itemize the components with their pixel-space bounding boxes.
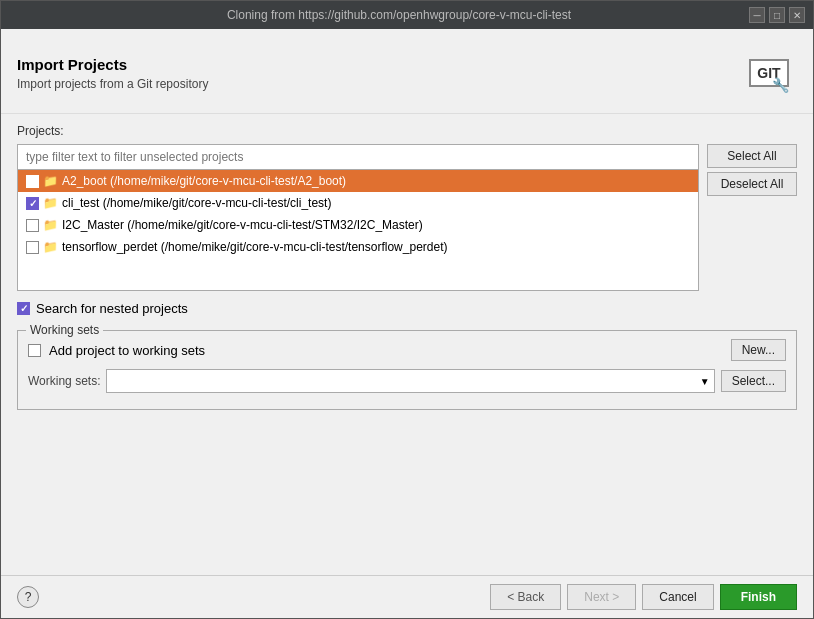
list-item[interactable]: 📁 A2_boot (/home/mike/git/core-v-mcu-cli… [18, 170, 698, 192]
folder-icon-0: 📁 [43, 174, 58, 188]
working-sets-input-row: Working sets: ▼ Select... [28, 369, 786, 393]
main-window: Cloning from https://github.com/openhwgr… [0, 0, 814, 619]
filter-input[interactable] [18, 145, 698, 170]
list-item[interactable]: 📁 I2C_Master (/home/mike/git/core-v-mcu-… [18, 214, 698, 236]
folder-icon-2: 📁 [43, 218, 58, 232]
item-label-3: tensorflow_perdet (/home/mike/git/core-v… [62, 240, 447, 254]
git-icon-box: GIT 🔧 [749, 59, 788, 87]
projects-list-area: 📁 A2_boot (/home/mike/git/core-v-mcu-cli… [17, 144, 699, 291]
header-text: Import Projects Import projects from a G… [17, 56, 208, 91]
select-button[interactable]: Select... [721, 370, 786, 392]
list-item[interactable]: ✓ 📁 cli_test (/home/mike/git/core-v-mcu-… [18, 192, 698, 214]
bottom-right: < Back Next > Cancel Finish [490, 584, 797, 610]
add-ws-label: Add project to working sets [49, 343, 205, 358]
item-label-2: I2C_Master (/home/mike/git/core-v-mcu-cl… [62, 218, 423, 232]
window-controls: ─ □ ✕ [749, 7, 805, 23]
search-nested-label: Search for nested projects [36, 301, 188, 316]
working-sets-label: Working sets: [28, 374, 100, 388]
working-sets-legend: Working sets [26, 323, 103, 337]
add-working-sets-row: Add project to working sets New... [28, 339, 786, 361]
item-checkbox-3[interactable] [26, 241, 39, 254]
search-nested-checkbox[interactable]: ✓ [17, 302, 30, 315]
working-sets-combo[interactable]: ▼ [106, 369, 714, 393]
add-ws-checkbox[interactable] [28, 344, 41, 357]
side-buttons: Select All Deselect All [707, 144, 797, 291]
bottom-left: ? [17, 586, 39, 608]
check-icon-1: ✓ [29, 198, 37, 209]
header-section: Import Projects Import projects from a G… [1, 29, 813, 114]
item-label-1: cli_test (/home/mike/git/core-v-mcu-cli-… [62, 196, 331, 210]
combo-arrow-icon: ▼ [700, 376, 710, 387]
cancel-button[interactable]: Cancel [642, 584, 713, 610]
back-button[interactable]: < Back [490, 584, 561, 610]
project-list: 📁 A2_boot (/home/mike/git/core-v-mcu-cli… [18, 170, 698, 290]
restore-button[interactable]: □ [769, 7, 785, 23]
item-checkbox-2[interactable] [26, 219, 39, 232]
projects-label: Projects: [17, 124, 797, 138]
search-nested-check-icon: ✓ [20, 303, 28, 314]
dialog-content: Import Projects Import projects from a G… [1, 29, 813, 618]
list-item[interactable]: 📁 tensorflow_perdet (/home/mike/git/core… [18, 236, 698, 258]
minimize-button[interactable]: ─ [749, 7, 765, 23]
next-button[interactable]: Next > [567, 584, 636, 610]
title-bar: Cloning from https://github.com/openhwgr… [1, 1, 813, 29]
item-label-0: A2_boot (/home/mike/git/core-v-mcu-cli-t… [62, 174, 346, 188]
close-button[interactable]: ✕ [789, 7, 805, 23]
window-title: Cloning from https://github.com/openhwgr… [49, 8, 749, 22]
main-section: Projects: 📁 A2_boot (/home/mike/git/core… [1, 114, 813, 575]
new-button[interactable]: New... [731, 339, 786, 361]
dialog-subtitle: Import projects from a Git repository [17, 77, 208, 91]
deselect-all-button[interactable]: Deselect All [707, 172, 797, 196]
dialog-title: Import Projects [17, 56, 208, 73]
help-button[interactable]: ? [17, 586, 39, 608]
projects-container: 📁 A2_boot (/home/mike/git/core-v-mcu-cli… [17, 144, 797, 291]
working-sets-group: Working sets Add project to working sets… [17, 330, 797, 410]
item-checkbox-0[interactable] [26, 175, 39, 188]
item-checkbox-1[interactable]: ✓ [26, 197, 39, 210]
git-logo: GIT 🔧 [741, 45, 797, 101]
folder-icon-1: 📁 [43, 196, 58, 210]
bottom-bar: ? < Back Next > Cancel Finish [1, 575, 813, 618]
search-nested-row: ✓ Search for nested projects [17, 301, 797, 316]
finish-button[interactable]: Finish [720, 584, 797, 610]
select-all-button[interactable]: Select All [707, 144, 797, 168]
folder-icon-3: 📁 [43, 240, 58, 254]
